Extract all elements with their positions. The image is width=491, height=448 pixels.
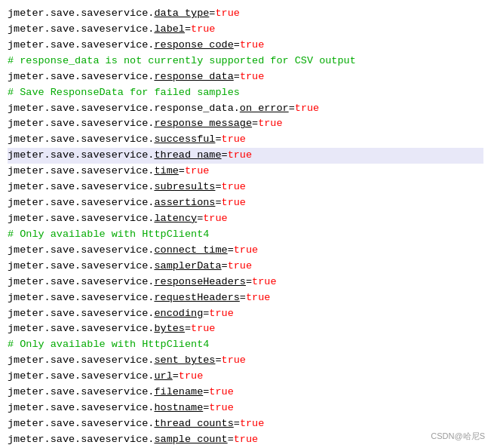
code-line: jmeter.save.saveservice.response_message…	[8, 116, 483, 132]
code-line: jmeter.save.saveservice.encoding=true	[8, 306, 483, 322]
code-line: jmeter.save.saveservice.hostname=true	[8, 400, 483, 416]
code-line: jmeter.save.saveservice.time=true	[8, 164, 483, 180]
code-line: jmeter.save.saveservice.bytes=true	[8, 321, 483, 337]
code-line: jmeter.save.saveservice.requestHeaders=t…	[8, 290, 483, 306]
code-line: jmeter.save.saveservice.latency=true	[8, 211, 483, 227]
watermark: CSDN@哈尼S	[431, 431, 485, 442]
code-line: jmeter.save.saveservice.responseHeaders=…	[8, 275, 483, 290]
code-line: jmeter.save.saveservice.filename=true	[8, 385, 483, 400]
code-line: # Only available with HttpClient4	[8, 337, 483, 353]
code-line: # response_data is not currently support…	[8, 54, 483, 69]
code-lines: jmeter.save.saveservice.data_type=truejm…	[8, 6, 483, 448]
code-line: jmeter.save.saveservice.assertions=true	[8, 195, 483, 211]
code-line: jmeter.save.saveservice.response_data=tr…	[8, 69, 483, 85]
code-line: jmeter.save.saveservice.data_type=true	[8, 6, 483, 22]
code-line: jmeter.save.saveservice.response_data.on…	[8, 101, 483, 117]
code-line: jmeter.save.saveservice.successful=true	[8, 132, 483, 148]
code-line: jmeter.save.saveservice.sample_count=tru…	[8, 432, 483, 448]
code-line: jmeter.save.saveservice.subresults=true	[8, 180, 483, 195]
code-line: jmeter.save.saveservice.samplerData=true	[8, 259, 483, 275]
code-line: # Save ResponseData for failed samples	[8, 85, 483, 101]
code-line: jmeter.save.saveservice.label=true	[8, 22, 483, 38]
code-line: jmeter.save.saveservice.sent_bytes=true	[8, 353, 483, 369]
code-line: # Only available with HttpClient4	[8, 227, 483, 243]
code-editor: jmeter.save.saveservice.data_type=truejm…	[0, 0, 491, 448]
code-line: jmeter.save.saveservice.connect_time=tru…	[8, 243, 483, 259]
code-line: jmeter.save.saveservice.thread_name=true	[8, 148, 483, 164]
code-line: jmeter.save.saveservice.url=true	[8, 369, 483, 385]
code-line: jmeter.save.saveservice.response_code=tr…	[8, 38, 483, 54]
code-line: jmeter.save.saveservice.thread_counts=tr…	[8, 416, 483, 432]
